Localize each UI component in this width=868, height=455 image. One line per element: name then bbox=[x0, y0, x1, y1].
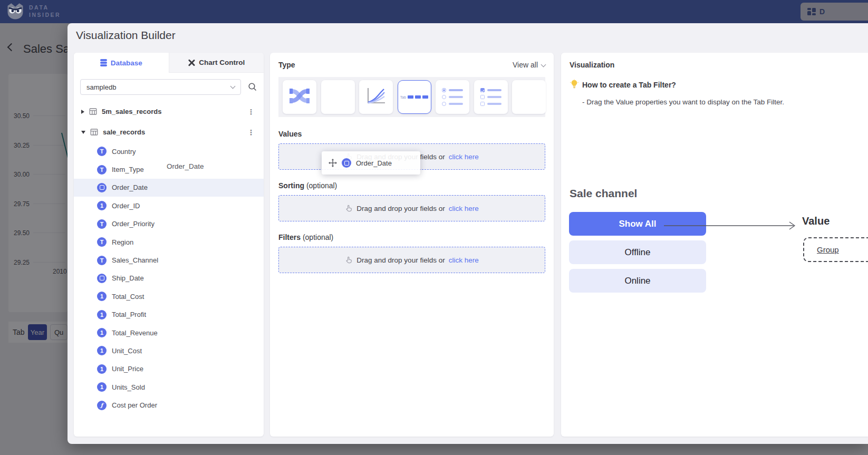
field-type-icon bbox=[97, 364, 107, 374]
owl-logo-icon bbox=[6, 3, 24, 21]
field-row[interactable]: Sales_Channel bbox=[74, 251, 264, 269]
preview-chart-title: Sale channel bbox=[570, 187, 637, 200]
tab-database-label: Database bbox=[111, 59, 142, 67]
dragged-field-chip[interactable]: Order_Date bbox=[322, 151, 420, 175]
field-row[interactable]: Units_Sold bbox=[74, 378, 264, 396]
field-name: Ship_Date bbox=[112, 274, 144, 282]
field-row[interactable]: Ship_Date bbox=[74, 269, 264, 287]
view-all-button[interactable]: View all bbox=[513, 61, 545, 69]
field-row[interactable]: Cost per Order bbox=[74, 396, 264, 414]
expand-arrow-icon[interactable] bbox=[81, 131, 85, 134]
chart-type-card[interactable] bbox=[359, 80, 393, 114]
field-row[interactable]: Total_Profit bbox=[74, 306, 264, 324]
dashboard-icon bbox=[807, 7, 816, 16]
expand-arrow-icon[interactable] bbox=[81, 110, 84, 114]
radio-list-icon bbox=[442, 88, 463, 106]
field-type-icon bbox=[97, 147, 107, 156]
table-icon bbox=[89, 108, 97, 115]
filters-drop-zone[interactable]: Drag and drop your fields or click here bbox=[278, 247, 545, 273]
group-link[interactable]: Group bbox=[817, 245, 839, 254]
chevron-down-icon bbox=[541, 62, 546, 67]
field-type-icon bbox=[97, 274, 107, 283]
modal-title: Visualization Builder bbox=[76, 29, 176, 42]
brand-logo[interactable]: DATAINSIDER bbox=[6, 3, 61, 21]
chart-type-strip: Tab bbox=[278, 77, 545, 117]
field-name: Total_Profit bbox=[112, 311, 146, 318]
field-row[interactable]: Unit_Price bbox=[74, 360, 264, 378]
field-row[interactable]: Total_Cost bbox=[74, 287, 264, 305]
group-annotation-box: Group bbox=[803, 237, 868, 262]
kebab-menu-icon[interactable]: ⋮ bbox=[246, 108, 256, 116]
field-tree: 5m_sales_records ⋮ sale_records ⋮ Countr… bbox=[74, 101, 264, 414]
app-topbar: DATAINSIDER D bbox=[0, 0, 868, 23]
field-name: Order_Date bbox=[112, 183, 148, 191]
line-chart-icon bbox=[366, 87, 386, 105]
field-type-icon bbox=[97, 165, 107, 175]
chart-type-card[interactable] bbox=[474, 80, 508, 114]
dragged-field-label: Order_Date bbox=[356, 159, 392, 167]
chart-type-card[interactable] bbox=[512, 80, 546, 114]
drag-source-ghost: Order_Date bbox=[167, 162, 204, 170]
tab-chart-control[interactable]: Chart Control bbox=[169, 53, 264, 73]
field-type-icon bbox=[97, 237, 107, 247]
field-name: Total_Revenue bbox=[112, 329, 158, 337]
field-type-icon bbox=[97, 183, 107, 192]
table-name: sale_records bbox=[103, 128, 241, 136]
tab-filter-option-button[interactable]: Offline bbox=[569, 240, 706, 264]
field-row[interactable]: Unit_Cost bbox=[74, 342, 264, 360]
sankey-chart-icon bbox=[289, 86, 310, 105]
field-type-icon bbox=[97, 292, 107, 301]
tab-filter-icon: Tab bbox=[400, 95, 428, 99]
hand-pointer-icon bbox=[345, 256, 353, 264]
database-select[interactable]: sampledb bbox=[80, 79, 241, 95]
chart-type-card[interactable] bbox=[436, 80, 469, 114]
field-name: Total_Cost bbox=[112, 293, 144, 301]
sorting-drop-zone[interactable]: Drag and drop your fields or click here bbox=[278, 195, 545, 221]
click-here-link[interactable]: click here bbox=[449, 153, 479, 161]
values-section-label: Values bbox=[278, 130, 302, 138]
chart-type-card[interactable] bbox=[321, 80, 355, 114]
value-annotation-title: Value bbox=[802, 215, 830, 227]
chart-type-card[interactable]: Tab bbox=[398, 80, 431, 114]
dashboard-nav-button[interactable]: D bbox=[801, 3, 868, 21]
brand-line1: DATA bbox=[29, 4, 61, 12]
field-type-icon bbox=[97, 401, 107, 410]
field-type-icon bbox=[97, 346, 107, 355]
field-row[interactable]: Order_ID bbox=[74, 197, 264, 215]
chart-config-panel: Type View all Tab Values Drag and drop y… bbox=[270, 53, 554, 437]
field-row[interactable]: Region bbox=[74, 233, 264, 251]
tab-filter-option-button[interactable]: Online bbox=[569, 269, 706, 293]
field-type-icon bbox=[97, 256, 107, 265]
field-row[interactable]: Order_Priority bbox=[74, 215, 264, 233]
field-name: Country bbox=[112, 148, 136, 156]
tools-icon bbox=[188, 59, 195, 66]
field-name: Cost per Order bbox=[112, 401, 157, 409]
table-row[interactable]: 5m_sales_records ⋮ bbox=[74, 101, 264, 122]
brand-line2: INSIDER bbox=[29, 12, 61, 19]
dashboard-nav-label: D bbox=[819, 7, 825, 16]
database-icon bbox=[100, 59, 107, 66]
field-name: Sales_Channel bbox=[112, 256, 158, 264]
drop-placeholder-text: Drag and drop your fields or bbox=[356, 205, 445, 212]
visualization-label: Visualization bbox=[570, 61, 614, 69]
drop-placeholder-text: Drag and drop your fields or bbox=[356, 256, 445, 264]
database-panel: Database Chart Control sampledb bbox=[74, 53, 264, 437]
chart-type-card[interactable] bbox=[283, 80, 316, 114]
kebab-menu-icon[interactable]: ⋮ bbox=[246, 128, 256, 137]
tip-body: - Drag the Value properties you want to … bbox=[582, 98, 784, 106]
click-here-link[interactable]: click here bbox=[449, 256, 479, 264]
table-row[interactable]: sale_records ⋮ bbox=[74, 122, 264, 142]
field-type-icon bbox=[97, 328, 107, 337]
checkbox-list-icon bbox=[480, 88, 501, 106]
field-row[interactable]: Country bbox=[74, 142, 264, 160]
tab-chart-control-label: Chart Control bbox=[199, 59, 245, 66]
field-row[interactable]: Total_Revenue bbox=[74, 324, 264, 342]
click-here-link[interactable]: click here bbox=[449, 205, 479, 212]
annotation-arrow bbox=[664, 220, 797, 231]
date-field-icon bbox=[342, 158, 351, 168]
field-type-icon bbox=[97, 310, 107, 320]
search-icon[interactable] bbox=[248, 82, 257, 92]
tab-database[interactable]: Database bbox=[74, 53, 169, 73]
field-name: Order_ID bbox=[112, 202, 140, 210]
field-row[interactable]: Order_Date bbox=[74, 179, 264, 197]
